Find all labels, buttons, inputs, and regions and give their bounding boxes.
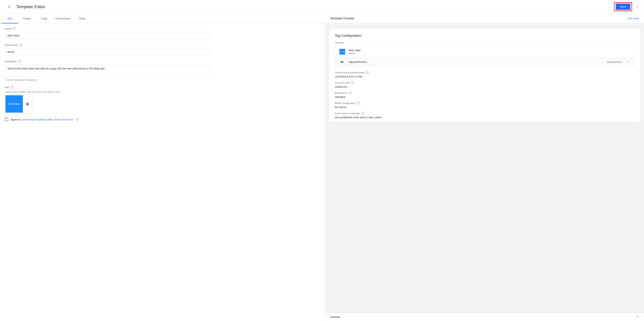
- help-icon[interactable]: ?: [356, 102, 360, 105]
- help-icon[interactable]: ?: [351, 81, 354, 84]
- tag-type-label: Tag Type: [335, 41, 634, 44]
- preview-title: Template Preview: [330, 17, 354, 20]
- help-icon[interactable]: ?: [366, 71, 369, 74]
- help-icon[interactable]: ?: [18, 60, 21, 63]
- more-menu-icon[interactable]: [634, 3, 640, 10]
- description-label: Description: [5, 60, 17, 63]
- key-icon: [340, 60, 345, 64]
- brand-input[interactable]: [5, 48, 210, 55]
- run-code-button[interactable]: Run Code: [628, 17, 639, 20]
- icon-preview-box: Web Vitals: [5, 95, 33, 113]
- page-title: Template Editor: [16, 4, 45, 9]
- chevron-right-icon: [626, 60, 630, 64]
- tab-info[interactable]: Info: [1, 14, 18, 23]
- config-label: Event name for data layer: [335, 112, 360, 115]
- left-scroll-area: Name ? Brand name ? Description ?: [0, 23, 325, 321]
- help-icon[interactable]: ?: [12, 27, 15, 30]
- save-button[interactable]: Save: [616, 3, 630, 10]
- delete-icon[interactable]: [23, 102, 32, 106]
- permissions-label: Tag permissions: [348, 60, 367, 63]
- help-icon[interactable]: ?: [10, 86, 14, 89]
- close-icon[interactable]: [5, 3, 13, 11]
- config-label: Build options: [335, 92, 348, 94]
- description-field[interactable]: Send (Core) Web Vitals field data of a p…: [5, 64, 210, 77]
- name-input[interactable]: [5, 32, 210, 39]
- help-icon[interactable]: ?: [19, 43, 22, 46]
- help-icon[interactable]: ?: [76, 118, 79, 121]
- preview-body: Tag Configuration Tag Type Web Vitals We…: [325, 23, 644, 313]
- config-value: Use predefined event name ("web_vitals"): [335, 116, 634, 119]
- card-title: Tag Configuration: [335, 34, 634, 38]
- save-highlight: Save: [614, 2, 632, 11]
- brand-label: Brand name: [5, 44, 18, 46]
- tag-type-selector[interactable]: Web Vitals Web Vitals demirj: [335, 46, 634, 57]
- config-label: Choose how to load the library: [335, 71, 365, 74]
- editor-tabs: Info Fields Code Permissions Tests: [0, 14, 325, 23]
- agree-prefix: Agree to: [10, 118, 21, 121]
- permissions-count: 3 permissions: [607, 61, 622, 63]
- tag-permissions-row[interactable]: Tag permissions 3 permissions: [335, 57, 634, 66]
- help-icon[interactable]: ?: [349, 92, 352, 94]
- help-icon[interactable]: ?: [362, 112, 364, 115]
- tab-tests[interactable]: Tests: [74, 14, 90, 23]
- console-label: Console: [330, 316, 340, 319]
- tag-config-card: Tag Configuration Tag Type Web Vitals We…: [329, 28, 640, 122]
- chevron-up-icon: [636, 315, 639, 319]
- tab-code[interactable]: Code: [36, 14, 52, 23]
- icon-hint: Select only images that you have the rig…: [5, 90, 320, 93]
- tab-fields[interactable]: Fields: [18, 14, 36, 23]
- config-value: unpkg.com: [335, 85, 634, 88]
- tag-type-icon: Web Vitals: [340, 49, 345, 55]
- terms-checkbox[interactable]: [5, 118, 8, 121]
- console-toggle[interactable]: Console: [325, 313, 644, 321]
- name-label: Name: [5, 27, 11, 30]
- config-label: Metrics configuration: [335, 102, 355, 104]
- config-label: Choose a CDN: [335, 81, 350, 84]
- tag-brand: demirj: [348, 52, 361, 55]
- icon-label: Icon: [5, 86, 9, 89]
- tag-name: Web Vitals: [348, 49, 361, 52]
- tab-permissions[interactable]: Permissions: [52, 14, 74, 23]
- template-icon: Web Vitals: [6, 95, 23, 113]
- char-counter: 111/200 characters remaining: [5, 79, 320, 81]
- terms-link[interactable]: Community Template Gallery Terms of Serv…: [21, 118, 74, 121]
- config-value: Load library from a CDN: [335, 75, 634, 78]
- topbar: Template Editor Save: [0, 0, 644, 14]
- config-value: All metrics: [335, 106, 634, 109]
- config-value: Standard: [335, 95, 634, 98]
